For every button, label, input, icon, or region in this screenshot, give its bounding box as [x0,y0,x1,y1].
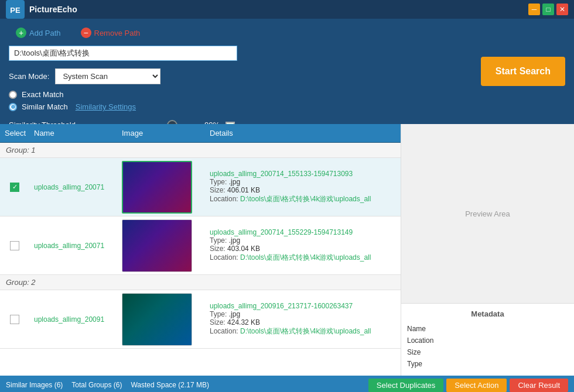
top-panel: + Add Path − Remove Path Scan Mode: Syst… [0,19,574,124]
metadata-area: Metadata Name Location Size Type [401,304,574,376]
row-details-2: uploads_allimg_200714_155229-1594713149 … [205,226,401,265]
loc-label-1: Location: [210,195,238,203]
wasted-space-stat: Wasted Space (2.17 MB) [131,381,209,389]
path-input[interactable] [9,46,237,61]
row-name-2: uploads_allimg_20071 [29,239,117,252]
row-name-1: uploads_allimg_20071 [29,181,117,194]
add-icon: + [16,27,26,38]
type-val-1: .jpg [229,178,240,186]
detail-type-3: Type: .jpg [210,310,396,318]
detail-type-2: Type: .jpg [210,236,396,245]
scan-mode-row: Scan Mode: System Scan [9,68,469,84]
row-image-1[interactable] [122,161,192,214]
detail-loc-1: Location: D:\tools\桌面\格式转换\4k游戏\uploads_… [210,194,396,204]
row-checkbox-cell-1[interactable] [0,180,29,194]
row-image-2[interactable] [122,219,192,272]
row-name-3: uploads_allimg_20091 [29,313,117,326]
preview-area-label: Preview Area [465,209,510,218]
select-action-button[interactable]: Select Action [446,379,507,392]
app-title: PictureEcho [29,5,77,14]
table-header: Select Name Image Details [0,124,401,143]
metadata-size: Size [407,346,568,358]
detail-size-3: Size: 424.32 KB [210,318,396,326]
total-groups-stat: Total Groups (6) [71,381,122,389]
close-button[interactable]: ✕ [556,4,568,15]
similar-match-label: Similar Match [22,102,68,111]
title-bar: PE PictureEcho ─ □ ✕ [0,0,574,19]
detail-size-1: Size: 406.01 KB [210,186,396,194]
maximize-button[interactable]: □ [542,4,554,15]
row-image-cell-2[interactable] [117,217,205,274]
app-logo: PE [6,0,25,19]
metadata-location: Location [407,335,568,346]
path-controls: + Add Path − Remove Path [9,25,469,41]
detail-size-2: Size: 403.04 KB [210,245,396,253]
match-options: Exact Match Similar Match Similarity Set… [9,90,469,111]
row-image-cell-1[interactable] [117,159,205,216]
metadata-title: Metadata [407,310,568,318]
similar-match-radio[interactable] [9,103,17,111]
metadata-name: Name [407,323,568,335]
bottom-bar: Similar Images (6) Total Groups (6) Wast… [0,376,574,392]
exact-match-row: Exact Match [9,90,469,99]
exact-match-radio[interactable] [9,91,17,99]
exact-match-label: Exact Match [22,90,64,99]
row-checkbox-3[interactable] [10,315,19,324]
table-row: uploads_allimg_20071 uploads_allimg_2007… [0,158,401,216]
bottom-actions: Select Duplicates Select Action Clear Re… [368,379,568,392]
row-details-1: uploads_allimg_200714_155133-1594713093 … [205,167,401,207]
preview-area: Preview Area [401,124,574,304]
row-checkbox-cell-3[interactable] [0,312,29,326]
row-image-cell-3[interactable] [117,291,205,348]
metadata-type: Type [407,358,568,370]
th-select: Select [0,128,29,139]
detail-name-3: uploads_allimg_200916_213717-1600263437 [210,302,396,310]
svg-text:PE: PE [10,6,20,15]
row-checkbox-1[interactable] [10,183,19,192]
group-header-2: Group: 2 [0,275,401,290]
remove-path-button[interactable]: − Remove Path [74,25,148,41]
th-image: Image [117,128,205,139]
minimize-button[interactable]: ─ [528,4,540,15]
results-wrapper: Select Name Image Details Group: 1 uploa… [0,124,574,376]
title-bar-controls: ─ □ ✕ [528,4,568,15]
type-label-1: Type: [210,178,227,186]
row-checkbox-2[interactable] [10,241,19,250]
row-image-3[interactable] [122,293,192,346]
results-area: Select Name Image Details Group: 1 uploa… [0,124,574,376]
scan-mode-select[interactable]: System Scan [55,68,160,84]
row-checkbox-cell-2[interactable] [0,239,29,253]
size-label-1: Size: [210,186,226,194]
similar-images-stat: Similar Images (6) [6,381,63,389]
detail-loc-3: Location: D:\tools\桌面\格式转换\4k游戏\uploads_… [210,326,396,336]
detail-name-2: uploads_allimg_200714_155229-1594713149 [210,228,396,236]
th-name: Name [29,128,117,139]
table-row: uploads_allimg_20091 uploads_allimg_2009… [0,290,401,349]
results-left: Select Name Image Details Group: 1 uploa… [0,124,401,376]
scan-mode-label: Scan Mode: [9,72,49,81]
left-config: + Add Path − Remove Path Scan Mode: Syst… [9,25,469,131]
row-details-3: uploads_allimg_200916_213717-1600263437 … [205,300,401,339]
similar-match-row: Similar Match Similarity Settings [9,102,469,111]
title-bar-left: PE PictureEcho [6,0,77,19]
group-header-1: Group: 1 [0,143,401,158]
remove-icon: − [81,27,91,38]
similarity-settings-link[interactable]: Similarity Settings [76,102,136,111]
table-row: uploads_allimg_20071 uploads_allimg_2007… [0,216,401,275]
detail-type-1: Type: .jpg [210,178,396,186]
add-path-button[interactable]: + Add Path [9,25,68,41]
detail-name-1: uploads_allimg_200714_155133-1594713093 [210,170,396,178]
select-duplicates-button[interactable]: Select Duplicates [368,379,443,392]
clear-result-button[interactable]: Clear Result [510,379,568,392]
bottom-stats: Similar Images (6) Total Groups (6) Wast… [6,381,209,389]
loc-val-1: D:\tools\桌面\格式转换\4k游戏\uploads_all [240,195,371,203]
detail-loc-2: Location: D:\tools\桌面\格式转换\4k游戏\uploads_… [210,253,396,263]
size-val-1: 406.01 KB [227,186,260,194]
start-search-container: Start Search [481,25,565,118]
th-details: Details [205,128,401,139]
start-search-button[interactable]: Start Search [481,57,565,86]
results-right: Preview Area Metadata Name Location Size… [401,124,574,376]
